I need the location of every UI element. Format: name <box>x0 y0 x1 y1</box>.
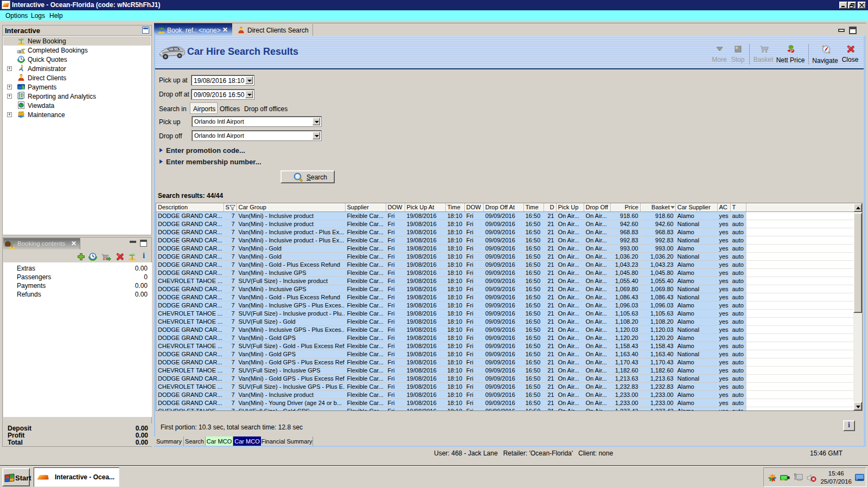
svg-text:$: $ <box>22 85 24 91</box>
